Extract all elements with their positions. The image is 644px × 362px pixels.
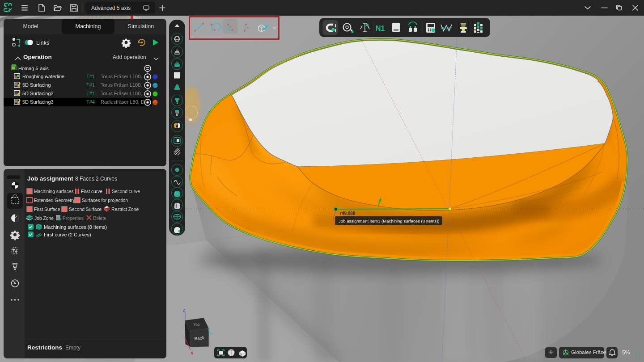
svg-text:Torus Fräser L100,: Torus Fräser L100, — [101, 91, 142, 96]
svg-text:5D Surfacing: 5D Surfacing — [22, 82, 51, 88]
svg-text:Machining surfaces (8 Items): Machining surfaces (8 Items) — [44, 224, 107, 230]
svg-text:Top: Top — [193, 322, 200, 327]
svg-text:Advanced 5 axis: Advanced 5 axis — [91, 5, 131, 11]
svg-text:Z: Z — [183, 308, 186, 312]
svg-text:Homag 5-axis: Homag 5-axis — [18, 66, 49, 71]
svg-text:T#1: T#1 — [86, 82, 95, 88]
svg-text:N1: N1 — [376, 25, 385, 32]
svg-text:5D Surfacing3: 5D Surfacing3 — [22, 99, 54, 105]
svg-text:Second Surface: Second Surface — [69, 207, 102, 212]
svg-text:Y: Y — [208, 328, 210, 332]
svg-text:Restrict Zone: Restrict Zone — [111, 207, 139, 212]
svg-text:Radiusfräser L80, D: Radiusfräser L80, D — [101, 99, 144, 105]
svg-text:T#4: T#4 — [86, 99, 95, 105]
svg-text:First curve: First curve — [81, 189, 102, 194]
svg-text:First curve (2 Curves): First curve (2 Curves) — [44, 232, 91, 237]
svg-text:Properties: Properties — [63, 216, 84, 221]
svg-text:Surfaces for projection: Surfaces for projection — [82, 198, 128, 203]
svg-text:T#1: T#1 — [86, 74, 95, 79]
svg-text:Second curve: Second curve — [112, 189, 140, 194]
svg-text:Job Zone: Job Zone — [34, 216, 54, 221]
svg-text:5D Surfacing2: 5D Surfacing2 — [22, 91, 54, 96]
svg-text:Torus Fräser L100,: Torus Fräser L100, — [101, 82, 142, 88]
svg-text:Links: Links — [36, 40, 49, 46]
svg-text:Extended Geometry: Extended Geometry — [34, 198, 75, 203]
svg-text:Delete: Delete — [93, 216, 106, 221]
svg-text:Torus Fräser L100,: Torus Fräser L100, — [101, 74, 142, 79]
svg-text:r49.088: r49.088 — [340, 211, 356, 216]
svg-text:X: X — [191, 351, 193, 355]
svg-text:Roughing waterline: Roughing waterline — [22, 74, 64, 79]
svg-text:T#1: T#1 — [86, 91, 95, 96]
svg-text:Machining surfaces: Machining surfaces — [34, 189, 74, 194]
svg-text:First Surface: First Surface — [34, 207, 60, 212]
svg-text:Job assignment item1 (Machinin: Job assignment item1 (Machining surfaces… — [339, 219, 440, 223]
